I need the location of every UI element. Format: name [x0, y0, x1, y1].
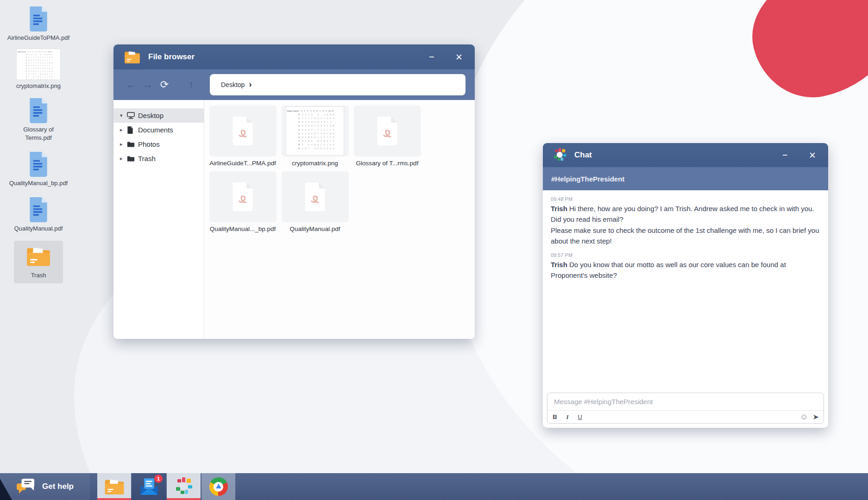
pdf-file-icon	[28, 152, 49, 177]
sidebar-item-documents[interactable]: ▸ Documents	[113, 123, 204, 137]
underline-button[interactable]: U	[577, 413, 583, 420]
file-thumbnail	[354, 106, 421, 156]
sidebar-item-photos[interactable]: ▸ Photos	[113, 137, 204, 151]
message-text: Trish Do you know that our motto as well…	[551, 259, 820, 281]
close-icon[interactable]: ✕	[809, 151, 816, 160]
desktop-icon-label: Trash	[31, 271, 46, 280]
sidebar-item-label: Photos	[138, 140, 160, 148]
desktop-icon-glossary-pdf[interactable]: Glossary of Terms.pdf	[0, 98, 77, 142]
tree-expander-icon[interactable]: ▸	[120, 141, 127, 147]
taskbar-browser[interactable]	[201, 473, 235, 500]
chat-format-toolbar: B I U ☺ ➤	[547, 410, 824, 423]
refresh-icon[interactable]: ⟳	[156, 79, 173, 91]
file-item-qualitymanual[interactable]: QualityManual.pdf	[281, 171, 349, 232]
help-chat-bubbles-icon	[16, 478, 36, 495]
file-thumbnail	[209, 171, 277, 222]
back-icon[interactable]: ←	[123, 79, 139, 91]
file-thumbnail: Digit/position12345678910110AXCU G SONQ1…	[282, 106, 349, 156]
pdf-preview-icon	[303, 182, 327, 211]
decorative-red-blob	[739, 0, 868, 110]
file-browser-body: ▾ Desktop ▸ Documents ▸	[113, 100, 475, 339]
cryptomatrix-grid: Digit/position12345678910110AXCU G SONQ1…	[18, 50, 59, 80]
document-icon	[127, 126, 138, 134]
close-icon[interactable]: ✕	[455, 53, 463, 62]
taskbar-chat[interactable]	[167, 473, 201, 500]
minimize-icon[interactable]: –	[429, 52, 434, 61]
breadcrumb-location[interactable]: Desktop	[221, 81, 245, 88]
file-name: QualityManual..._bp.pdf	[210, 225, 276, 232]
desktop-icon-label: cryptomatrix.png	[16, 82, 61, 90]
message-sender: Trish	[551, 205, 567, 212]
message-text: Trish Hi there, how are you doing? I am …	[551, 203, 820, 225]
sidebar-item-desktop[interactable]: ▾ Desktop	[113, 108, 204, 123]
channel-name: #HelpingThePresident	[551, 175, 624, 183]
chat-input-box: Message #HelpingThePresident B I U ☺ ➤	[547, 393, 824, 424]
emoji-icon[interactable]: ☺	[800, 412, 808, 422]
file-item-cryptomatrix[interactable]: Digit/position12345678910110AXCU G SONQ1…	[281, 106, 349, 167]
file-browser-sidebar: ▾ Desktop ▸ Documents ▸	[113, 100, 204, 339]
message-input[interactable]: Message #HelpingThePresident	[547, 393, 824, 410]
file-browser-window: File browser – ✕ ← → ⟳ ↑ Desktop › ▾	[113, 44, 475, 339]
file-item-airlineguide[interactable]: AirlineGuideT...PMA.pdf	[209, 106, 277, 167]
channel-header: #HelpingThePresident	[543, 167, 828, 190]
pdf-preview-icon	[231, 117, 255, 145]
file-browser-app-icon	[124, 50, 141, 64]
chat-app-icon	[175, 477, 193, 496]
desktop-icon-airlineguide-pdf[interactable]: AirlineGuideToPMA.pdf	[0, 6, 77, 42]
breadcrumb[interactable]: Desktop ›	[210, 74, 465, 95]
file-thumbnail	[209, 106, 277, 156]
message-sender: Trish	[551, 261, 567, 269]
chevron-right-icon: ›	[249, 79, 252, 89]
pdf-file-icon	[28, 6, 49, 31]
desktop-icon-qualitymanual-bp-pdf[interactable]: QualityManual_bp.pdf	[0, 152, 77, 188]
italic-button[interactable]: I	[565, 413, 570, 421]
desktop-screen: AirlineGuideToPMA.pdf Digit/position1234…	[0, 0, 868, 500]
chat-app-icon	[553, 148, 567, 162]
send-icon[interactable]: ➤	[813, 412, 819, 421]
up-icon[interactable]: ↑	[183, 79, 200, 91]
chat-titlebar: Chat – ✕	[543, 143, 828, 167]
desktop-icon-cryptomatrix-png[interactable]: Digit/position12345678910110AXCU G SONQ1…	[0, 49, 77, 90]
file-name: cryptomatrix.png	[292, 160, 338, 167]
cryptomatrix-thumbnail: Digit/position12345678910110AXCU G SONQ1…	[17, 49, 60, 80]
desktop-icon-trash[interactable]: Trash	[0, 241, 77, 283]
desktop-icon-label: QualityManual_bp.pdf	[9, 179, 68, 188]
desktop-icon-label: QualityManual.pdf	[14, 225, 63, 233]
minimize-icon[interactable]: –	[783, 150, 788, 159]
pdf-preview-icon	[375, 117, 399, 145]
cryptomatrix-grid: Digit/position12345678910110AXCU G SONQ1…	[287, 109, 343, 150]
bold-button[interactable]: B	[552, 413, 558, 420]
sidebar-item-label: Trash	[138, 155, 156, 162]
tree-expander-icon[interactable]: ▾	[120, 112, 127, 119]
taskbar-email[interactable]: 1	[132, 473, 166, 500]
trash-folder-icon	[25, 245, 51, 268]
window-title: File browser	[148, 52, 195, 62]
file-name: AirlineGuideT...PMA.pdf	[209, 160, 276, 167]
cryptomatrix-preview: Digit/position12345678910110AXCU G SONQ1…	[286, 107, 344, 155]
forward-icon[interactable]: →	[139, 79, 156, 91]
desktop-icon-label: AirlineGuideToPMA.pdf	[7, 34, 69, 42]
file-grid: AirlineGuideT...PMA.pdf Digit/position12…	[204, 100, 475, 339]
chat-message: 09:57 PM Trish Do you know that our mott…	[551, 252, 820, 281]
desktop-icon-qualitymanual-pdf[interactable]: QualityManual.pdf	[0, 197, 77, 233]
file-name: Glossary of T...rms.pdf	[356, 160, 419, 167]
message-body: Do you know that our motto as well as ou…	[551, 261, 786, 279]
sidebar-item-label: Documents	[138, 126, 173, 134]
tree-expander-icon[interactable]: ▸	[120, 127, 127, 133]
file-item-glossary[interactable]: Glossary of T...rms.pdf	[353, 106, 421, 167]
chat-message: 09:48 PM Trish Hi there, how are you doi…	[551, 196, 820, 246]
file-thumbnail	[282, 171, 349, 222]
pdf-file-icon	[28, 98, 49, 123]
folder-icon	[127, 156, 138, 162]
browser-icon	[209, 477, 228, 496]
get-help-button[interactable]: Get help	[0, 473, 91, 500]
taskbar-file-browser[interactable]	[97, 473, 131, 500]
file-item-qualitymanual-bp[interactable]: QualityManual..._bp.pdf	[209, 171, 277, 232]
sidebar-item-trash[interactable]: ▸ Trash	[113, 151, 204, 166]
tree-expander-icon[interactable]: ▸	[120, 156, 127, 162]
chat-message-list: 09:48 PM Trish Hi there, how are you doi…	[543, 190, 828, 393]
desktop-icon-label: Glossary of Terms.pdf	[13, 125, 64, 142]
file-browser-toolbar: ← → ⟳ ↑ Desktop ›	[113, 69, 475, 100]
selected-icon-highlight: Trash	[14, 241, 63, 283]
message-timestamp: 09:48 PM	[551, 196, 820, 202]
